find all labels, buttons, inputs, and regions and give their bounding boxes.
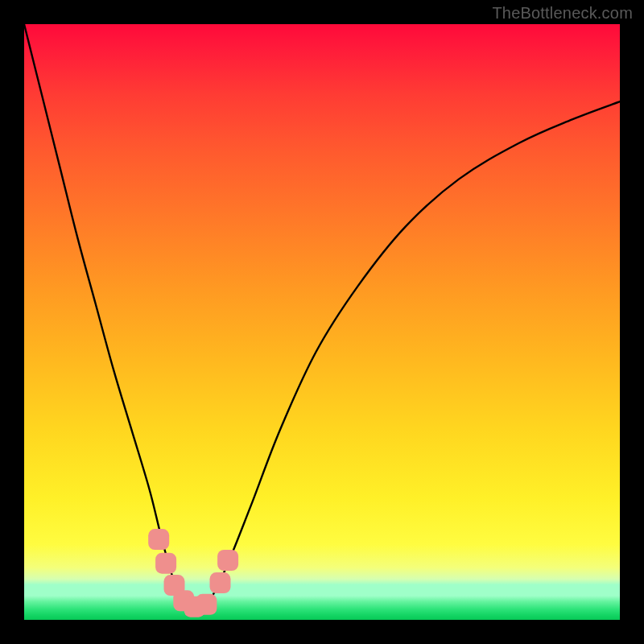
plot-area (24, 24, 620, 620)
cluster-marker (155, 553, 176, 574)
watermark-text: TheBottleneck.com (492, 4, 633, 23)
cluster-marker (210, 572, 231, 593)
chart-frame: TheBottleneck.com (0, 0, 644, 644)
marker-group (148, 529, 238, 617)
chart-svg (24, 24, 620, 620)
cluster-marker (148, 529, 169, 550)
bottleneck-curve (24, 24, 620, 614)
cluster-marker (196, 594, 217, 615)
cluster-marker (217, 550, 238, 571)
